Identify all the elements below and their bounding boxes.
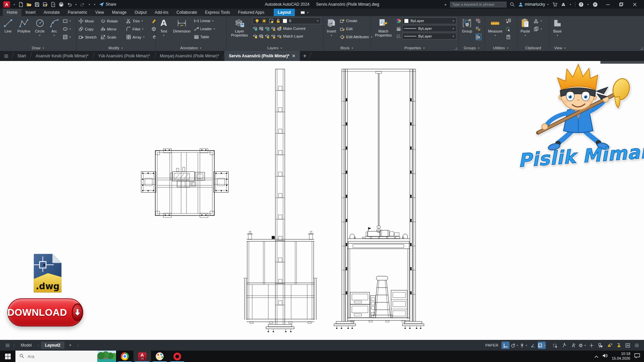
group-edit-button[interactable] [476,25,481,32]
taskbar-search-input[interactable] [28,354,85,359]
snap-mode-icon[interactable] [501,342,509,349]
layer-thaw-icon[interactable] [262,18,267,23]
new-layout-button[interactable]: + [65,342,75,349]
taskbar-app-opera[interactable] [168,351,186,362]
file-tab-servis-asansoru[interactable]: Servis Asansörü (Pislik Mimar)*✕ [224,51,300,61]
annotation-visibility-icon[interactable] [560,342,568,349]
clean-screen-icon[interactable] [624,342,632,349]
help-caret-icon[interactable]: ▼ [587,3,589,6]
ribbon-tab-parametric[interactable]: Parametric [64,9,91,16]
file-tab-menu-icon[interactable] [0,51,12,61]
ribbon-tab-collaborate[interactable]: Collaborate [172,9,201,16]
layer-lock-icon[interactable] [271,26,276,31]
autocad-app-icon[interactable]: A [3,1,10,8]
search-icon[interactable] [510,2,515,7]
layer-dropdown[interactable]: 0 ▼ [253,17,321,24]
customization-menu-icon[interactable] [633,342,641,349]
save-icon[interactable] [35,2,40,7]
layer-unlock-icon[interactable] [276,18,281,23]
move-button[interactable]: Move [78,17,99,24]
stretch-button[interactable]: Stretch [78,34,99,41]
ribbon-tab-home[interactable]: Home [3,9,21,16]
layer-thaw2-icon[interactable] [265,34,270,39]
group-selection-toggle[interactable] [476,34,481,40]
panel-label-block[interactable]: Block▼ [323,45,371,51]
infocenter-collapse-icon[interactable]: ▶ [445,3,446,6]
layer-unlock2-icon[interactable] [271,34,276,39]
store-cart-icon[interactable] [552,2,557,7]
file-tab-start[interactable]: Start [13,51,30,61]
match-properties-button[interactable]: Match Properties [373,17,394,38]
properties-dialog-launcher-icon[interactable] [455,47,457,50]
edit-block-button[interactable]: Edit [340,25,373,32]
taskbar-clock[interactable]: 10:18 15.04.2026 [612,352,630,361]
autodesk-caret-icon[interactable]: ▼ [569,3,572,6]
make-current-button[interactable]: Make Current [277,25,306,32]
new-file-icon[interactable] [18,2,23,7]
redo-icon[interactable] [80,2,85,7]
restore-button[interactable] [614,0,628,9]
dynamic-input-icon[interactable] [529,342,537,349]
taskbar-app-autocad[interactable]: ACAD [133,351,151,362]
layer-off-icon[interactable] [253,26,258,31]
tray-chevron-icon[interactable] [594,353,598,359]
ellipse-button[interactable]: ▼ [63,25,71,32]
linear-button[interactable]: Linear▼ [194,17,215,24]
rectangle-button[interactable]: ▼ [63,17,71,24]
id-point-button[interactable] [506,25,511,32]
measure-button[interactable]: Measure▼ [487,17,503,37]
workspace-switch-icon[interactable] [587,342,595,349]
panel-label-draw[interactable]: Draw▼ [0,45,76,51]
quick-calc-button[interactable] [506,34,511,40]
layer-on-icon[interactable] [255,18,260,23]
ribbon-tab-annotate[interactable]: Annotate [40,9,64,16]
ribbon-tab-output[interactable]: Output [130,9,151,16]
autodesk-logo-icon[interactable]: A [561,2,566,7]
annotation-scale-icon[interactable]: ▼ [578,342,586,349]
layer-properties-button[interactable]: Layer Properties [229,17,250,38]
open-file-icon[interactable] [26,2,32,7]
layer-unisolate-icon[interactable] [259,34,264,39]
dimension-button[interactable]: Dimension [172,17,192,34]
hatch-button[interactable]: ▼ [63,34,71,40]
redo-caret-icon[interactable]: ▼ [88,3,91,6]
panel-label-modify[interactable]: Modify▼ [76,45,155,51]
paste-button[interactable]: Paste▼ [519,17,531,37]
array-button[interactable]: Array▼ [126,34,149,41]
plot-preview-icon[interactable] [51,2,56,7]
ribbon-tab-manage[interactable]: Manage [108,9,130,16]
plot-icon[interactable] [59,2,64,7]
panel-label-annotation[interactable]: Annotation▼ [156,45,226,51]
layer-freeze-icon[interactable] [265,26,270,31]
selection-cycling-icon[interactable] [551,342,559,349]
quick-select-button[interactable] [506,17,511,24]
app-menu-caret-icon[interactable]: ▼ [13,3,15,6]
volume-icon[interactable] [602,353,608,359]
match-layer-button[interactable]: Match Layer [277,33,304,40]
close-file-tab-icon[interactable]: ✕ [292,54,295,58]
layer-isolate-icon[interactable] [259,26,264,31]
annotation-warning-icon[interactable] [614,342,623,349]
tab-layout2[interactable]: Layout2 [41,342,64,349]
minimize-button[interactable] [601,0,614,9]
account-menu[interactable]: mimarlucky ▼ [518,2,549,7]
undo-caret-icon[interactable]: ▼ [75,3,77,6]
action-center-icon[interactable] [634,353,640,360]
isolate-objects-icon[interactable] [596,342,604,349]
object-snap-tracking-icon[interactable]: ▼ [520,342,528,349]
arc-button[interactable]: Arc ▼ [48,17,60,37]
download-button[interactable]: DOWNLOAD [7,298,83,326]
insert-button[interactable]: Insert▼ [325,17,337,37]
help-search-input[interactable] [452,2,504,6]
create-block-button[interactable]: Create [340,17,373,24]
space-toggle-button[interactable]: PAPER [485,343,498,347]
polar-tracking-icon[interactable]: ▼ [511,342,519,349]
taskbar-search-box[interactable] [15,351,116,362]
drawing-canvas[interactable]: Pislik Mimar .dwg DOWNLOAD [0,61,644,340]
layer-vp-freeze-icon[interactable] [269,18,274,23]
tab-model[interactable]: Model [17,342,36,349]
panel-label-layers[interactable]: Layers▼ [227,45,323,51]
ribbon-tab-layout[interactable]: Layout [274,9,295,16]
layer-on2-icon[interactable] [253,34,258,39]
ribbon-tab-add-ins[interactable]: Add-ins [151,9,172,16]
